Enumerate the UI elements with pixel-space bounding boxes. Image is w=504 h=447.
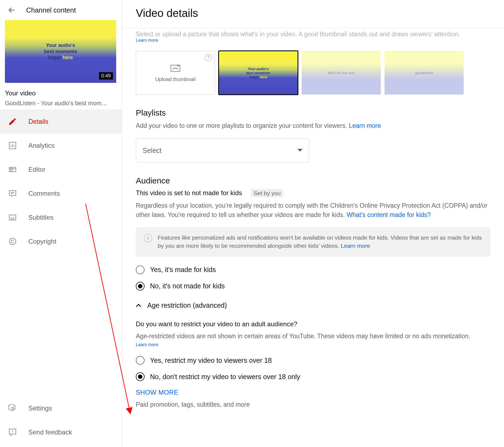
- audience-status-row: This video is set to not made for kids S…: [136, 189, 490, 197]
- nav-comments[interactable]: Comments: [0, 182, 122, 206]
- main-header: Video details: [122, 0, 504, 28]
- nav-editor-label: Editor: [28, 166, 46, 173]
- back-arrow-icon[interactable]: [7, 5, 16, 15]
- chevron-down-icon: [298, 149, 302, 152]
- playlist-select[interactable]: Select: [136, 138, 309, 162]
- age-restriction-label: Age restriction (advanced): [147, 301, 227, 309]
- upload-image-icon: [170, 63, 181, 73]
- radio-no-restrict-label: No, don't restrict my video to viewers o…: [150, 373, 300, 381]
- info-icon: i: [144, 234, 152, 242]
- sidebar-header: Channel content: [0, 0, 122, 20]
- radio-yes-kids-label: Yes, it's made for kids: [150, 266, 216, 274]
- radio-no-restrict[interactable]: No, don't restrict my video to viewers o…: [136, 372, 490, 381]
- subtitles-icon: [8, 213, 17, 222]
- radio-no-kids[interactable]: No, it's not made for kids: [136, 282, 490, 291]
- nav-editor[interactable]: Editor: [0, 158, 122, 182]
- nav-copyright[interactable]: Copyright: [0, 229, 122, 253]
- audience-info-text: Features like personalized ads and notif…: [158, 234, 482, 250]
- thumbnail-option-1[interactable]: Your audio's best moments begin here: [219, 51, 298, 95]
- thumbnail-option-2[interactable]: We'll do the rest: [302, 51, 381, 95]
- comments-icon: [8, 189, 17, 198]
- audience-status: This video is set to not made for kids: [136, 189, 242, 197]
- thumb1-caption: Your audio's best moments begin here: [246, 67, 270, 79]
- nav-comments-label: Comments: [28, 190, 60, 197]
- video-preview[interactable]: Your audio's best moments begin here 0:4…: [5, 20, 116, 83]
- copyright-icon: [8, 237, 17, 246]
- nav-copyright-label: Copyright: [28, 238, 56, 245]
- thumbnail-learn-more-link[interactable]: Learn more: [136, 38, 158, 43]
- playlists-learn-more-link[interactable]: Learn more: [349, 122, 381, 129]
- radio-icon-checked: [136, 282, 145, 291]
- analytics-icon: [8, 141, 17, 150]
- thumbnail-option-3[interactable]: goodlisten: [385, 51, 464, 95]
- radio-icon: [136, 265, 145, 274]
- nav-settings[interactable]: Settings: [0, 396, 122, 420]
- main-content: Select or upload a picture that shows wh…: [122, 31, 504, 423]
- show-more-button[interactable]: SHOW MORE: [136, 389, 490, 396]
- radio-yes-kids[interactable]: Yes, it's made for kids: [136, 265, 490, 274]
- age-question: Do you want to restrict your video to an…: [136, 320, 490, 328]
- radio-yes-restrict-label: Yes, restrict my video to viewers over 1…: [150, 357, 272, 364]
- chevron-up-icon: [136, 303, 141, 307]
- svg-point-3: [9, 238, 16, 245]
- upload-thumbnail-label: Upload thumbnail: [155, 76, 196, 82]
- nav-feedback-label: Send feedback: [28, 428, 72, 436]
- thumbnail-row: ? Upload thumbnail Your audio's best mom…: [136, 51, 490, 95]
- help-icon[interactable]: ?: [205, 54, 212, 61]
- nav-details[interactable]: Details: [0, 110, 122, 134]
- playlist-select-label: Select: [143, 147, 161, 155]
- audience-desc: Regardless of your location, you're lega…: [136, 201, 490, 219]
- channel-content-title: Channel content: [26, 6, 76, 14]
- your-video-section: Your video GoodListen - Your audio's bes…: [0, 83, 122, 110]
- nav-feedback[interactable]: Send feedback: [0, 420, 122, 444]
- pencil-icon: [8, 117, 17, 126]
- preview-caption-line2: best moments: [44, 49, 77, 55]
- thumbnail-desc-cutoff: Select or upload a picture that shows wh…: [136, 31, 490, 38]
- age-restriction-expander[interactable]: Age restriction (advanced): [136, 301, 490, 309]
- nav-settings-label: Settings: [28, 404, 52, 412]
- svg-point-4: [11, 407, 14, 409]
- svg-rect-1: [9, 167, 16, 172]
- bottom-nav: Settings Send feedback: [0, 396, 122, 447]
- thumb3-caption: goodlisten: [415, 71, 433, 75]
- editor-icon: [8, 165, 17, 174]
- preview-caption-line1: Your audio's: [44, 42, 77, 49]
- preview-caption-line3: begin here: [44, 55, 77, 61]
- page-title: Video details: [136, 7, 490, 19]
- nav: Details Analytics Editor Comments Subtit…: [0, 110, 122, 396]
- nav-analytics-label: Analytics: [28, 142, 55, 149]
- nav-details-label: Details: [28, 118, 48, 125]
- thumb2-caption: We'll do the rest: [328, 71, 355, 75]
- nav-subtitles-label: Subtitles: [28, 214, 53, 221]
- age-learn-more-link[interactable]: Learn more: [136, 342, 158, 347]
- main: Video details Select or upload a picture…: [122, 0, 504, 447]
- your-video-heading: Your video: [5, 89, 117, 97]
- playlists-title: Playlists: [136, 108, 490, 117]
- upload-thumbnail-button[interactable]: ? Upload thumbnail: [136, 51, 215, 95]
- preview-caption: Your audio's best moments begin here: [44, 42, 77, 61]
- nav-subtitles[interactable]: Subtitles: [0, 206, 122, 229]
- radio-no-kids-label: No, it's not made for kids: [150, 282, 225, 290]
- audience-title: Audience: [136, 176, 490, 185]
- sidebar: Channel content Your audio's best moment…: [0, 0, 122, 447]
- playlists-desc: Add your video to one or more playlists …: [136, 121, 490, 130]
- audience-info-box: i Features like personalized ads and not…: [136, 227, 490, 257]
- radio-icon: [136, 356, 145, 365]
- duration-badge: 0:49: [99, 72, 113, 80]
- show-more-subtext: Paid promotion, tags, subtitles, and mor…: [136, 400, 490, 409]
- radio-icon-checked: [136, 372, 145, 381]
- video-title-text: GoodListen - Your audio's best mom…: [5, 100, 117, 107]
- feedback-icon: [8, 427, 17, 437]
- kids-content-link[interactable]: What's content made for kids?: [347, 211, 431, 218]
- nav-analytics[interactable]: Analytics: [0, 134, 122, 158]
- radio-yes-restrict[interactable]: Yes, restrict my video to viewers over 1…: [136, 356, 490, 365]
- gear-icon: [8, 403, 17, 413]
- set-by-you-badge: Set by you: [251, 189, 283, 197]
- audience-info-learn-more-link[interactable]: Learn more: [341, 243, 370, 249]
- age-desc: Age-restricted videos are not shown in c…: [136, 332, 490, 341]
